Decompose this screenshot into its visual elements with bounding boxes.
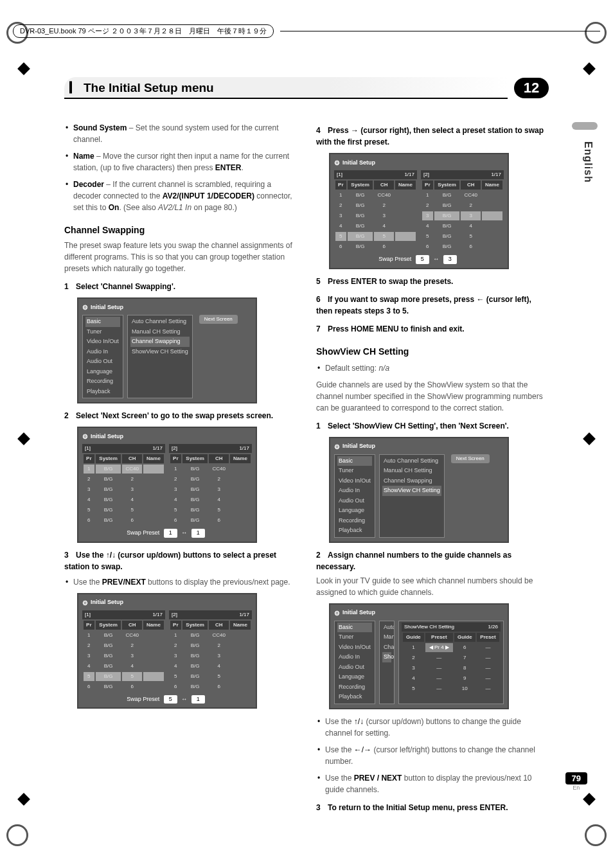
col-header: System bbox=[96, 454, 121, 463]
table-row: 5—10— bbox=[403, 684, 499, 693]
showview-popup: ShowView CH Setting1/26 Guide Preset Gui… bbox=[398, 621, 504, 704]
table-row: 5B/G5 bbox=[422, 232, 502, 241]
step-1: 1Select 'Channel Swapping'. bbox=[64, 281, 297, 292]
menu-item: Recording bbox=[337, 682, 372, 693]
step-text: Press ENTER to swap the presets. bbox=[328, 277, 453, 286]
ui-title-bar: ⚙Initial Setup bbox=[82, 598, 252, 608]
table-row: 1B/GCC40 bbox=[170, 465, 251, 474]
bullet-label: Sound System bbox=[73, 123, 127, 132]
section-showview: ShowView CH Setting bbox=[316, 345, 549, 359]
section-intro: The preset swap feature lets you swap th… bbox=[64, 240, 297, 274]
chapter-number-badge: 12 bbox=[514, 78, 549, 98]
table-left: [1]1/17 PrSystemCHName 1B/GCC40 2B/G2 3B… bbox=[82, 610, 165, 693]
page-indicator: 1/17 bbox=[152, 445, 163, 452]
chapter-header: The Initial Setup menu 12 bbox=[64, 77, 549, 99]
table-row: 1B/GCC40 bbox=[84, 631, 164, 640]
menu-item: Audio Out bbox=[337, 496, 372, 506]
preset-table: Pr System CH Name 1B/GCC40 2B/G2 3B/G3 4… bbox=[169, 453, 252, 526]
sv-step-1: 1Select 'ShowView CH Setting', then 'Nex… bbox=[316, 420, 549, 432]
step-text: Select 'Channel Swapping'. bbox=[76, 282, 175, 291]
note-text: buttons to display the previous/next pag… bbox=[146, 578, 290, 587]
menu-item: ShowView CH Setting bbox=[382, 486, 441, 496]
col-header: Guide bbox=[403, 633, 424, 642]
swap-num-left: 5 bbox=[164, 695, 177, 704]
default-label: Default setting: bbox=[325, 364, 378, 373]
menu-item: Language bbox=[85, 367, 120, 377]
step-text: Use the bbox=[76, 551, 106, 560]
registration-mark-icon bbox=[6, 824, 28, 846]
left-column: Sound System – Set the sound system used… bbox=[64, 118, 297, 816]
side-tab-indicator bbox=[572, 122, 598, 130]
ui-sub-menu-truncated: Auto Manu Chan Show bbox=[379, 621, 395, 704]
table-header-bar: [1]1/17 bbox=[334, 170, 417, 179]
ui-title-bar: ⚙Initial Setup bbox=[334, 158, 504, 168]
swap-label: Swap Preset bbox=[127, 696, 159, 702]
table-row: 6B/G6 bbox=[84, 516, 164, 525]
ui-title-bar: ⚙Initial Setup bbox=[82, 432, 252, 441]
page-indicator: 1/17 bbox=[491, 171, 501, 179]
swap-label: Swap Preset bbox=[378, 256, 411, 262]
swap-num-left: 1 bbox=[164, 529, 177, 538]
table-row: 5B/G5 bbox=[335, 232, 416, 241]
prev-next-ref: PREV / NEXT bbox=[354, 774, 402, 783]
bullet-decoder: Decoder – If the current channel is scra… bbox=[73, 179, 297, 213]
col-header: Pr bbox=[84, 454, 94, 463]
table-header-bar: [1]1/17 bbox=[82, 610, 165, 619]
table-row: 3B/G3 bbox=[422, 211, 502, 220]
menu-item: Show bbox=[382, 652, 391, 662]
table-header-bar: [2]1/17 bbox=[169, 610, 252, 619]
ui-title-text: Initial Setup bbox=[342, 608, 375, 617]
ui-side-menu: Basic Tuner Video In/Out Audio In Audio … bbox=[334, 621, 375, 704]
menu-item: Auto bbox=[382, 623, 391, 633]
right-column: 4Press → (cursor right), then select a p… bbox=[316, 118, 549, 816]
step-text: To return to the Initial Setup menu, pre… bbox=[328, 803, 508, 812]
showview-default-list: Default setting: n/a bbox=[316, 362, 549, 374]
col-header: Name bbox=[143, 454, 164, 463]
table-header-bar: [2]1/17 bbox=[421, 170, 504, 179]
table-row: 4B/G4 bbox=[84, 495, 164, 504]
crop-mark-icon bbox=[17, 432, 30, 445]
gear-icon: ⚙ bbox=[334, 158, 340, 168]
swap-arrow-icon: ↔ bbox=[433, 256, 439, 262]
note: Use the ↑/↓ (cursor up/down) buttons to … bbox=[325, 716, 549, 739]
step-text: Assign channel numbers to the guide chan… bbox=[316, 551, 511, 571]
table-left: [1]1/17 PrSystemCHName 1B/GCC40 2B/G2 3B… bbox=[334, 170, 417, 252]
page-indicator: 1/17 bbox=[239, 445, 249, 452]
ui-screenshot-initial-setup: ⚙Initial Setup Basic Tuner Video In/Out … bbox=[77, 297, 257, 403]
table-row: 6B/G6 bbox=[422, 242, 502, 251]
menu-item: Playback bbox=[337, 526, 372, 536]
step-3: 3Use the ↑/↓ (cursor up/down) buttons to… bbox=[64, 549, 297, 572]
bullet-text: . (See also bbox=[119, 203, 158, 212]
print-header-line bbox=[280, 31, 600, 31]
table-row: 2—7— bbox=[403, 653, 499, 662]
table-row: 2B/G2 bbox=[170, 475, 251, 484]
ui-screenshot-swap-select: ⚙Initial Setup [1]1/17 PrSystemCHName 1B… bbox=[77, 593, 257, 709]
page-content: The Initial Setup menu 12 English Sound … bbox=[64, 77, 549, 791]
registration-mark-icon bbox=[585, 824, 607, 846]
menu-item: Basic bbox=[85, 317, 120, 327]
gear-icon: ⚙ bbox=[334, 608, 340, 618]
menu-item: Audio Out bbox=[337, 662, 372, 673]
menu-item: Recording bbox=[85, 376, 120, 387]
table-row: 6B/G6 bbox=[84, 682, 164, 691]
ui-title-text: Initial Setup bbox=[91, 598, 123, 607]
step-2: 2Select 'Next Screen' to go to the swap … bbox=[64, 410, 297, 421]
col-header: Name bbox=[230, 454, 251, 463]
table-row: 3B/G3 bbox=[170, 651, 251, 660]
connector-ref: AV2/(INPUT 1/DECODER) bbox=[163, 191, 254, 200]
ui-title-text: Initial Setup bbox=[342, 442, 375, 451]
table-row: 5B/G5 bbox=[170, 672, 251, 681]
cross-ref: AV2/L1 In bbox=[158, 203, 191, 212]
ui-two-tables: [1]1/17 PrSystemCHName 1B/GCC40 2B/G2 3B… bbox=[334, 170, 504, 252]
language-side-label: English bbox=[582, 141, 594, 183]
page-footer: 79 En bbox=[565, 772, 587, 791]
swap-preset-row: Swap Preset 5 ↔ 3 bbox=[334, 255, 504, 264]
swap-arrow-icon: ↔ bbox=[181, 696, 187, 702]
table-right: [2]1/17 PrSystemCHName 1B/GCC40 2B/G2 3B… bbox=[169, 610, 252, 693]
ui-screenshot-swap-second: ⚙Initial Setup [1]1/17 PrSystemCHName 1B… bbox=[329, 153, 509, 269]
table-row: 6B/G6 bbox=[170, 682, 251, 691]
step-4: 4Press → (cursor right), then select a p… bbox=[316, 125, 549, 148]
ui-sub-menu: Auto Channel Setting Manual CH Setting C… bbox=[379, 454, 445, 538]
ui-screenshot-swap-presets: ⚙Initial Setup [1]1/17 Pr System CH Name bbox=[77, 427, 257, 543]
table-row: 3—8— bbox=[403, 664, 499, 673]
